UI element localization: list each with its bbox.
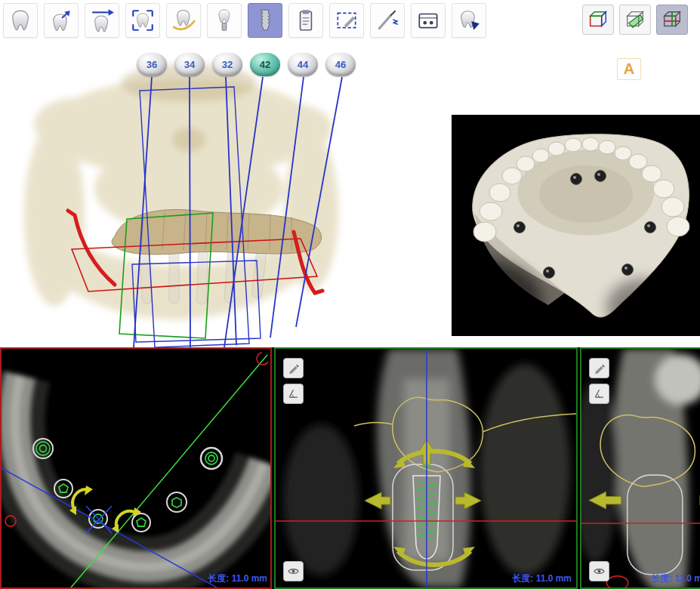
implant-box-icon <box>415 8 441 33</box>
view-switcher <box>582 5 688 35</box>
main-toolbar <box>3 3 486 38</box>
ct-panel-row: 长度: 11.0 mm <box>0 347 700 589</box>
nerve-probe-icon <box>375 8 400 33</box>
report-icon <box>293 8 319 33</box>
tangential-length-label: 长度: 11.0 mm <box>651 572 700 585</box>
view-button-clip-plane[interactable] <box>619 5 651 35</box>
tooth-direction-icon <box>89 8 115 33</box>
toolbar-button-tooth-extraction[interactable] <box>44 3 79 38</box>
tooth-icon <box>8 8 33 33</box>
visibility-toggle-button[interactable] <box>589 561 609 581</box>
ct-axial-image <box>2 349 270 587</box>
cross-section-length-label: 长度: 11.0 mm <box>512 572 572 585</box>
ct-cross-section-image <box>276 349 576 587</box>
volume-view-icon <box>660 8 684 31</box>
pencil-icon <box>593 362 606 375</box>
tooth-badge-42-selected[interactable]: 42 <box>250 53 280 76</box>
angle-tool-button[interactable] <box>589 384 609 404</box>
toolbar-button-treatment-report[interactable] <box>288 3 323 38</box>
pencil-tool-button[interactable] <box>589 358 609 378</box>
tooth-badge-46[interactable]: 46 <box>325 53 356 76</box>
tooth-badge-44[interactable]: 44 <box>288 53 318 76</box>
toolbar-button-region-crop[interactable] <box>329 3 364 38</box>
angle-icon <box>593 387 606 400</box>
eye-icon <box>287 565 300 578</box>
crop-icon <box>334 8 359 33</box>
ct-axial-panel[interactable]: 长度: 11.0 mm <box>0 347 272 589</box>
dental-cast-photo <box>452 115 700 336</box>
annotation-letter-a[interactable]: A <box>617 58 641 80</box>
axial-length-label: 长度: 11.0 mm <box>208 572 267 585</box>
tooth-badge-34[interactable]: 34 <box>174 53 205 76</box>
toolbar-button-crown-abutment[interactable] <box>207 3 242 38</box>
skull-volume <box>24 79 338 319</box>
toolbar-button-implant-library[interactable] <box>411 3 446 38</box>
toolbar-button-tooth-selector[interactable] <box>3 3 38 38</box>
mpr-planes-icon <box>586 8 610 31</box>
pencil-tool-button[interactable] <box>283 358 304 378</box>
visibility-toggle-button[interactable] <box>283 561 304 581</box>
bone-density-icon <box>456 8 482 33</box>
tooth-badge-row: 36 34 32 42 44 46 <box>137 53 356 76</box>
pencil-icon <box>287 362 300 375</box>
model-photo-pane[interactable] <box>452 115 700 336</box>
tooth-badge-32[interactable]: 32 <box>212 53 242 76</box>
panoramic-curve-icon <box>171 8 196 33</box>
ct-tangential-panel[interactable]: 长度: 11.0 mm <box>580 347 700 589</box>
view-button-mpr-planes[interactable] <box>582 5 614 35</box>
clip-plane-icon <box>623 8 647 31</box>
angle-tool-button[interactable] <box>283 384 304 404</box>
3d-scene-render <box>0 42 453 347</box>
toolbar-button-tooth-direction[interactable] <box>85 3 119 38</box>
3d-volume-view[interactable] <box>0 42 453 347</box>
toolbar-button-tooth-segmentation[interactable] <box>125 3 160 38</box>
toolbar-button-implant-placement[interactable] <box>248 3 282 38</box>
tooth-segmentation-icon <box>130 8 156 33</box>
angle-icon <box>287 387 300 400</box>
toolbar-button-nerve-marking[interactable] <box>370 3 405 38</box>
tooth-extraction-icon <box>48 8 74 33</box>
tooth-badge-36[interactable]: 36 <box>137 53 167 76</box>
toolbar-button-bone-density[interactable] <box>452 3 486 38</box>
toolbar-button-panoramic-curve[interactable] <box>166 3 201 38</box>
eye-icon <box>593 565 606 578</box>
implant-icon <box>252 8 278 33</box>
view-button-volume[interactable] <box>656 5 688 35</box>
crown-abutment-icon <box>211 8 237 33</box>
ct-cross-section-panel[interactable]: 长度: 11.0 mm <box>274 347 578 589</box>
